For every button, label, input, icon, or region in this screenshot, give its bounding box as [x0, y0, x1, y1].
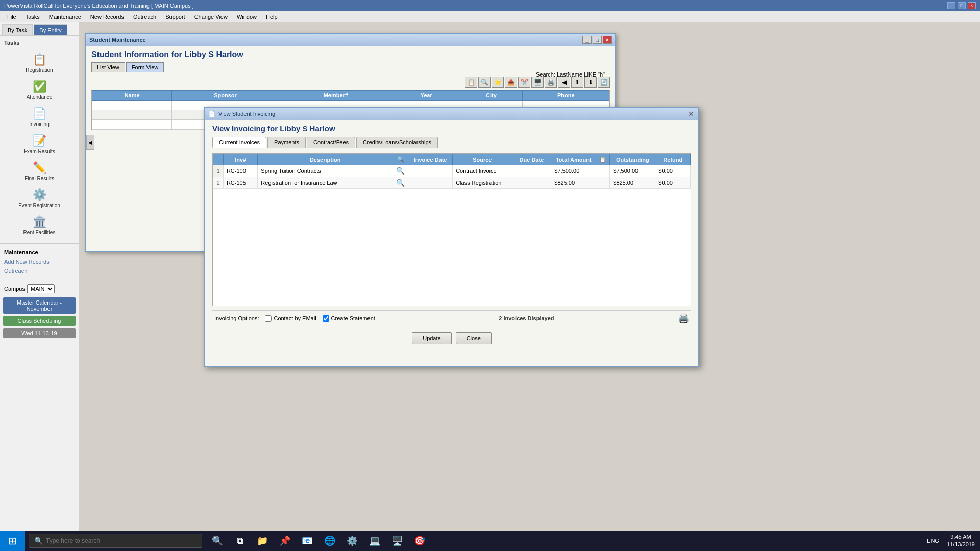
taskbar-app-task-view[interactable]: ⧉	[230, 531, 250, 551]
tab-current-invoices[interactable]: Current Invoices	[212, 137, 266, 148]
menubar: File Tasks Maintenance New Records Outre…	[0, 11, 980, 22]
tab-payments[interactable]: Payments	[267, 137, 306, 148]
menu-tasks[interactable]: Tasks	[21, 13, 44, 21]
tool-btn-9[interactable]: ⬆	[571, 77, 583, 88]
im-invoice-table: Inv# Description 🔍 Invoice Date Source D…	[213, 154, 691, 189]
sidebar-item-event-registration[interactable]: ⚙️ Event Registration	[2, 185, 77, 211]
sidebar-item-final-results[interactable]: ✏️ Final Results	[2, 158, 77, 184]
col-source: Source	[453, 154, 512, 165]
tool-btn-4[interactable]: 📤	[505, 77, 517, 88]
tool-btn-6[interactable]: 🖥️	[531, 77, 544, 88]
col-invoice-date: Invoice Date	[408, 154, 453, 165]
row-2-zoom[interactable]: 🔍	[393, 177, 408, 189]
invoice-row-1[interactable]: 1 RC-100 Spring Tuition Contracts 🔍 Cont…	[213, 165, 691, 177]
sidebar-item-rent-facilities[interactable]: 🏛️ Rent Facilities	[2, 212, 77, 238]
attendance-label: Attendance	[27, 94, 53, 100]
menu-help[interactable]: Help	[262, 13, 282, 21]
taskbar-clock: 9:45 AM 11/13/2019	[947, 533, 975, 549]
taskbar-app-extra[interactable]: 🎯	[409, 531, 430, 551]
class-scheduling-btn[interactable]: Class Scheduling	[3, 316, 76, 326]
taskbar-app-folder[interactable]: 📁	[252, 531, 273, 551]
im-close-icon[interactable]: ✕	[687, 110, 695, 118]
tab-credits-loans[interactable]: Credits/Loans/Scholarships	[356, 137, 438, 148]
contact-email-checkbox[interactable]	[265, 315, 272, 322]
taskbar-app-pin[interactable]: 📌	[275, 531, 295, 551]
tool-btn-11[interactable]: 🔄	[598, 77, 610, 88]
taskbar-search-input[interactable]	[46, 537, 189, 544]
sm-controls: _ □ ×	[582, 36, 612, 44]
taskbar-search-box[interactable]: 🔍	[29, 534, 202, 548]
create-statement-checkbox[interactable]	[323, 315, 329, 322]
master-calendar-btn[interactable]: Master Calendar - November	[3, 297, 76, 314]
tool-btn-8[interactable]: ◀	[558, 77, 570, 88]
tab-by-entity[interactable]: By Entity	[34, 24, 67, 35]
tab-by-task[interactable]: By Task	[2, 24, 33, 35]
campus-label: Campus	[4, 286, 25, 292]
taskbar-app-mail[interactable]: 📧	[297, 531, 317, 551]
menu-maintenance[interactable]: Maintenance	[45, 13, 85, 21]
maximize-btn[interactable]: □	[958, 2, 966, 9]
tool-btn-10[interactable]: ⬇	[584, 77, 597, 88]
final-results-icon: ✏️	[33, 161, 46, 174]
sm-back-arrow[interactable]: ◀	[86, 135, 94, 150]
date-btn[interactable]: Wed 11-13-19	[3, 328, 76, 338]
taskbar-app-vs[interactable]: 🖥️	[387, 531, 407, 551]
sm-student-title: Student Information for Libby S Harlow	[91, 50, 610, 59]
row-2-inv: RC-105	[223, 177, 257, 189]
campus-select[interactable]: MAIN	[27, 284, 55, 293]
row-1-total: $7,500.00	[551, 165, 596, 177]
tool-btn-3[interactable]: ⭐	[492, 77, 504, 88]
taskbar-app-dev[interactable]: 💻	[364, 531, 385, 551]
taskbar-app-search[interactable]: 🔍	[207, 531, 228, 551]
start-button[interactable]: ⊞	[0, 531, 24, 551]
sm-maximize-btn[interactable]: □	[593, 36, 602, 44]
sidebar-item-attendance[interactable]: ✅ Attendance	[2, 77, 77, 103]
row-1-invoice-date	[408, 165, 453, 177]
row-2-icon	[596, 177, 610, 189]
invoice-row-2[interactable]: 2 RC-105 Registration for Insurance Law …	[213, 177, 691, 189]
taskbar-app-settings[interactable]: ⚙️	[342, 531, 362, 551]
menu-outreach[interactable]: Outreach	[129, 13, 160, 21]
im-tabs: Current Invoices Payments Contract/Fees …	[212, 137, 691, 148]
tool-btn-7[interactable]: 🖨️	[545, 77, 557, 88]
taskbar-app-chrome[interactable]: 🌐	[320, 531, 340, 551]
taskbar: ⊞ 🔍 🔍 ⧉ 📁 📌 📧 🌐 ⚙️ 💻 🖥️ 🎯 ENG 9:45 AM 11…	[0, 531, 980, 551]
sm-minimize-btn[interactable]: _	[582, 36, 592, 44]
row-1-outstanding: $7,500.00	[610, 165, 655, 177]
list-view-btn[interactable]: List View	[91, 62, 125, 72]
row-2-invoice-date	[408, 177, 453, 189]
col-rownum	[213, 154, 224, 165]
menu-support[interactable]: Support	[161, 13, 189, 21]
rent-facilities-icon: 🏛️	[33, 215, 46, 229]
menu-window[interactable]: Window	[233, 13, 261, 21]
row-1-zoom[interactable]: 🔍	[393, 165, 408, 177]
tool-btn-2[interactable]: 🔍	[478, 77, 491, 88]
close-btn[interactable]: ×	[968, 2, 976, 9]
taskbar-search-icon: 🔍	[34, 537, 43, 545]
tool-btn-5[interactable]: ✂️	[518, 77, 530, 88]
sm-close-btn[interactable]: ×	[603, 36, 612, 44]
tab-contract-fees[interactable]: Contract/Fees	[307, 137, 355, 148]
outreach-link[interactable]: Outreach	[0, 266, 79, 276]
menu-change-view[interactable]: Change View	[190, 13, 232, 21]
sidebar-item-registration[interactable]: 📋 Registration	[2, 50, 77, 76]
close-button[interactable]: Close	[456, 332, 492, 344]
update-button[interactable]: Update	[412, 332, 451, 344]
menu-new-records[interactable]: New Records	[86, 13, 128, 21]
invoicing-label: Invoicing	[29, 121, 49, 127]
tool-btn-1[interactable]: 📋	[465, 77, 477, 88]
sidebar-item-invoicing[interactable]: 📄 Invoicing	[2, 104, 77, 130]
print-icon[interactable]: 🖨️	[678, 313, 689, 324]
form-view-btn[interactable]: Form View	[126, 62, 164, 72]
main-area: Student Maintenance _ □ × Student Inform…	[79, 22, 980, 531]
menu-file[interactable]: File	[3, 13, 20, 21]
minimize-btn[interactable]: _	[947, 2, 955, 9]
col-total-amount: Total Amount	[551, 154, 596, 165]
event-reg-label: Event Registration	[18, 203, 60, 208]
col-year: Year	[393, 91, 460, 101]
col-zoom: 🔍	[393, 154, 408, 165]
im-action-buttons: Update Close	[212, 332, 691, 344]
campus-selector: Campus MAIN	[0, 282, 79, 295]
sidebar-item-exam-results[interactable]: 📝 Exam Results	[2, 131, 77, 157]
add-records-link[interactable]: Add New Records	[0, 257, 79, 266]
